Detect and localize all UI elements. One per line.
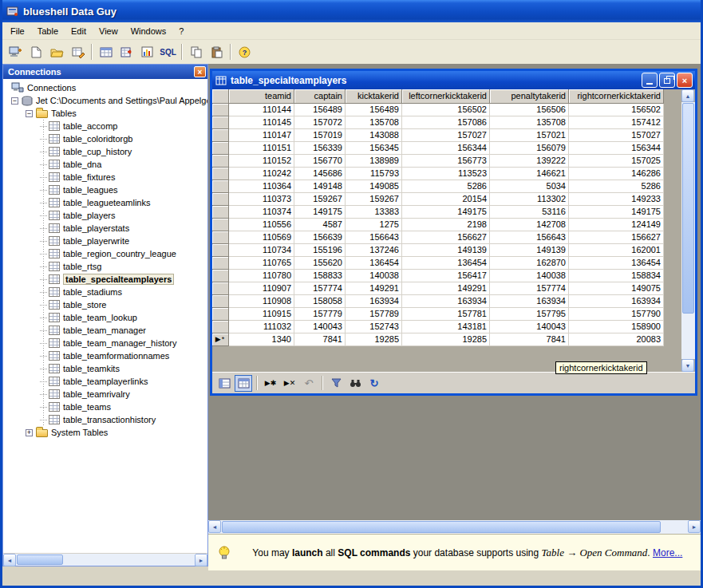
scrollbar-track[interactable] xyxy=(681,102,695,359)
row-selector[interactable] xyxy=(212,116,229,129)
cell-captain[interactable]: 145686 xyxy=(294,168,346,180)
cell-penaltytakerid[interactable]: 140038 xyxy=(490,270,569,282)
row-selector[interactable] xyxy=(212,295,229,308)
cell-leftcornerkicktakerid[interactable]: 156627 xyxy=(402,231,490,244)
cell-leftcornerkicktakerid[interactable]: 19285 xyxy=(402,333,490,346)
column-header-rightcornerkicktakerid[interactable]: rightcornerkicktakerid xyxy=(569,89,664,104)
tree-item-table-selected[interactable]: table_specialteamplayers xyxy=(3,273,207,286)
cell-kicktakerid[interactable]: 149085 xyxy=(346,180,402,193)
connections-panel-header[interactable]: Connections × xyxy=(3,65,207,79)
help-icon[interactable]: ? xyxy=(235,42,255,62)
cell-teamid[interactable]: 110908 xyxy=(229,295,294,308)
cell-teamid[interactable]: 110152 xyxy=(229,155,294,168)
cell-penaltytakerid[interactable]: 162870 xyxy=(490,257,569,270)
tree-item-table[interactable]: table_dna xyxy=(3,158,207,171)
cell-penaltytakerid[interactable]: 113302 xyxy=(490,193,569,206)
title-bar[interactable]: blueshell Data Guy xyxy=(2,0,701,22)
tree-item-connections-root[interactable]: Connections xyxy=(3,81,207,94)
cell-teamid[interactable]: 110242 xyxy=(229,168,294,180)
cell-rightcornerkicktakerid[interactable]: 157412 xyxy=(569,116,664,129)
menu-item[interactable]: View xyxy=(93,24,124,38)
connect-database-icon[interactable] xyxy=(6,42,26,62)
cell-teamid[interactable]: 110373 xyxy=(229,193,294,206)
scrollbar-track[interactable] xyxy=(16,554,195,566)
cell-kicktakerid[interactable]: 135708 xyxy=(346,116,402,129)
cell-kicktakerid[interactable]: 159267 xyxy=(346,193,402,206)
menu-item[interactable]: Edit xyxy=(65,24,93,38)
cell-captain[interactable]: 156770 xyxy=(294,155,346,168)
cell-leftcornerkicktakerid[interactable]: 156773 xyxy=(402,155,490,168)
cell-teamid[interactable]: 110147 xyxy=(229,129,294,142)
scrollbar-track[interactable] xyxy=(221,520,688,534)
cell-penaltytakerid[interactable]: 157774 xyxy=(490,282,569,295)
cell-captain[interactable]: 158058 xyxy=(294,295,346,308)
scroll-up-icon[interactable]: ▲ xyxy=(681,89,694,102)
tree-item-table[interactable]: table_fixtures xyxy=(3,171,207,184)
tree-item-table[interactable]: table_cup_history xyxy=(3,145,207,158)
row-selector[interactable] xyxy=(212,231,229,244)
cell-teamid[interactable]: 110734 xyxy=(229,244,294,257)
expand-icon[interactable]: + xyxy=(26,429,33,436)
cell-rightcornerkicktakerid[interactable]: 149175 xyxy=(569,206,664,219)
tree-item-table[interactable]: table_store xyxy=(3,298,207,311)
cell-leftcornerkicktakerid[interactable]: 2198 xyxy=(402,219,490,231)
new-document-icon[interactable] xyxy=(26,42,46,62)
cell-captain[interactable]: 156489 xyxy=(294,104,346,116)
cell-captain[interactable]: 149175 xyxy=(294,206,346,219)
tree-item-table[interactable]: table_teams xyxy=(3,401,207,413)
row-selector[interactable] xyxy=(212,321,229,333)
row-selector[interactable] xyxy=(212,129,229,142)
cell-kicktakerid[interactable]: 137246 xyxy=(346,244,402,257)
cell-teamid[interactable]: 110374 xyxy=(229,206,294,219)
menu-item[interactable]: ? xyxy=(172,24,190,38)
cell-leftcornerkicktakerid[interactable]: 149291 xyxy=(402,282,490,295)
cell-captain[interactable]: 4587 xyxy=(294,219,346,231)
menu-item[interactable]: Table xyxy=(31,24,65,38)
cell-penaltytakerid[interactable]: 5034 xyxy=(490,180,569,193)
grid-vertical-scrollbar[interactable]: ▲ ▼ xyxy=(681,89,695,372)
cell-captain[interactable]: 155196 xyxy=(294,244,346,257)
undo-icon[interactable]: ↶ xyxy=(300,375,318,392)
scroll-left-icon[interactable]: ◄ xyxy=(3,554,16,566)
tree-item-table[interactable]: table_players xyxy=(3,209,207,222)
cell-kicktakerid[interactable]: 163934 xyxy=(346,295,402,308)
cell-teamid[interactable]: 110364 xyxy=(229,180,294,193)
cell-penaltytakerid[interactable]: 157795 xyxy=(490,308,569,321)
cell-rightcornerkicktakerid[interactable]: 156502 xyxy=(569,104,664,116)
tree-item-table[interactable]: table_teamplayerlinks xyxy=(3,375,207,388)
cell-penaltytakerid[interactable]: 142708 xyxy=(490,219,569,231)
open-table-icon[interactable] xyxy=(96,42,116,62)
cell-teamid[interactable]: 110145 xyxy=(229,116,294,129)
tree-item-table[interactable]: table_teamformationnames xyxy=(3,349,207,362)
select-all-corner[interactable] xyxy=(212,89,229,104)
row-selector[interactable] xyxy=(212,219,229,231)
row-selector[interactable] xyxy=(212,244,229,257)
cell-penaltytakerid[interactable]: 139222 xyxy=(490,155,569,168)
row-selector[interactable] xyxy=(212,155,229,168)
row-selector[interactable] xyxy=(212,308,229,321)
cell-captain[interactable]: 158833 xyxy=(294,270,346,282)
cell-kicktakerid[interactable]: 13383 xyxy=(346,206,402,219)
row-selector[interactable] xyxy=(212,180,229,193)
cell-kicktakerid[interactable]: 140038 xyxy=(346,270,402,282)
cell-kicktakerid[interactable]: 143088 xyxy=(346,129,402,142)
copy-icon[interactable] xyxy=(186,42,206,62)
cell-captain[interactable]: 155620 xyxy=(294,257,346,270)
row-selector[interactable] xyxy=(212,257,229,270)
restore-icon[interactable] xyxy=(659,73,675,88)
tree-item-table[interactable]: table_teamkits xyxy=(3,362,207,375)
cell-kicktakerid[interactable]: 152743 xyxy=(346,321,402,333)
cell-rightcornerkicktakerid[interactable]: 124149 xyxy=(569,219,664,231)
tree-item-table[interactable]: table_leagues xyxy=(3,184,207,196)
cell-teamid[interactable]: 110915 xyxy=(229,308,294,321)
tree-item-system-tables[interactable]: + System Tables xyxy=(3,426,207,439)
filter-icon[interactable] xyxy=(327,375,345,392)
cell-rightcornerkicktakerid[interactable]: 136454 xyxy=(569,257,664,270)
cell-captain[interactable]: 140043 xyxy=(294,321,346,333)
cell-teamid[interactable]: 111032 xyxy=(229,321,294,333)
cell-rightcornerkicktakerid[interactable]: 162001 xyxy=(569,244,664,257)
cell-teamid[interactable]: 110569 xyxy=(229,231,294,244)
cell-rightcornerkicktakerid[interactable]: 5286 xyxy=(569,180,664,193)
cell-kicktakerid[interactable]: 156643 xyxy=(346,231,402,244)
export-table-icon[interactable] xyxy=(117,42,136,62)
